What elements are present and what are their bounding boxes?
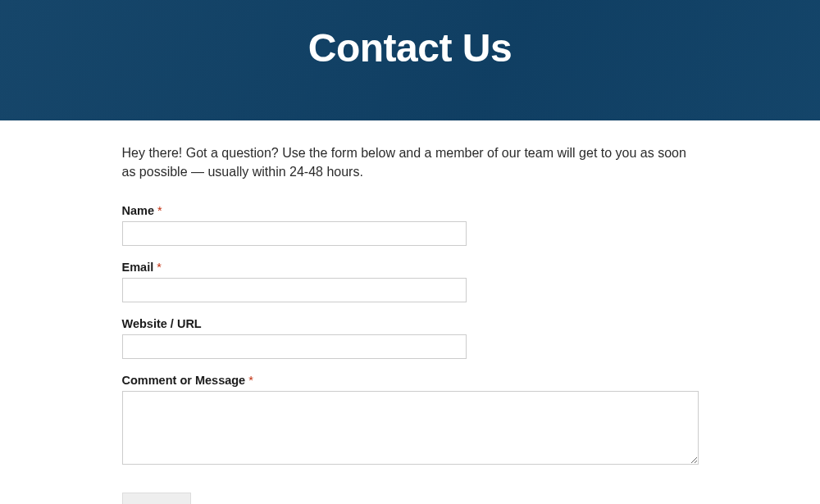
message-label-text: Comment or Message <box>122 374 246 387</box>
message-textarea[interactable] <box>122 391 699 465</box>
contact-form: Name * Email * Website / URL Comment or … <box>122 204 699 504</box>
email-input[interactable] <box>122 278 467 302</box>
page-title: Contact Us <box>308 25 512 70</box>
message-required-mark: * <box>248 374 253 387</box>
message-group: Comment or Message * <box>122 374 699 468</box>
content-container: Hey there! Got a question? Use the form … <box>122 120 699 504</box>
name-input[interactable] <box>122 221 467 246</box>
email-label: Email * <box>122 261 699 274</box>
email-required-mark: * <box>157 261 162 274</box>
name-label: Name * <box>122 204 699 217</box>
email-label-text: Email <box>122 261 154 274</box>
website-label-text: Website / URL <box>122 317 202 330</box>
hero-banner: Contact Us <box>0 0 820 120</box>
intro-text: Hey there! Got a question? Use the form … <box>122 143 699 181</box>
email-group: Email * <box>122 261 699 302</box>
name-required-mark: * <box>157 204 162 217</box>
website-group: Website / URL <box>122 317 699 359</box>
website-label: Website / URL <box>122 317 699 330</box>
website-input[interactable] <box>122 334 467 359</box>
name-label-text: Name <box>122 204 155 217</box>
name-group: Name * <box>122 204 699 246</box>
message-label: Comment or Message * <box>122 374 699 387</box>
submit-button[interactable]: Submit <box>122 493 192 504</box>
